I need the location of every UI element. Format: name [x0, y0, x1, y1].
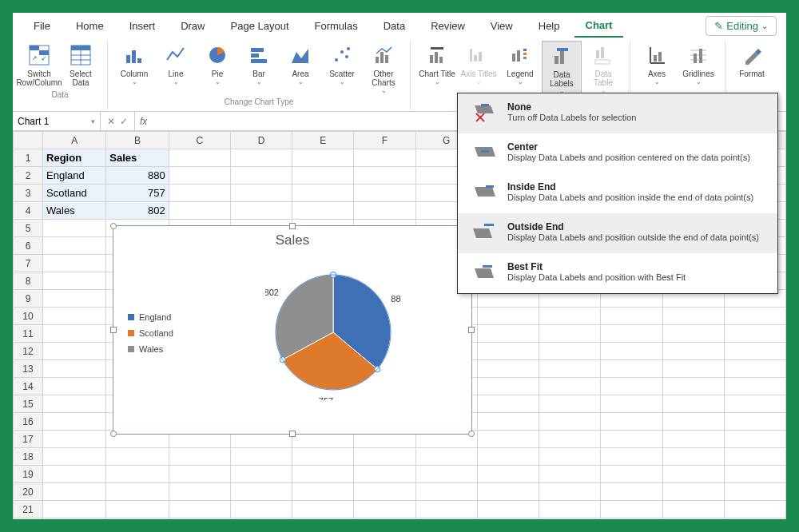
- inside-end-icon: [469, 181, 498, 205]
- svg-rect-30: [512, 54, 515, 62]
- svg-rect-13: [251, 54, 259, 58]
- svg-rect-23: [431, 47, 443, 50]
- cancel-icon[interactable]: ✕: [107, 116, 115, 127]
- svg-rect-27: [470, 49, 472, 62]
- tab-review[interactable]: Review: [419, 15, 476, 37]
- svg-rect-9: [132, 50, 136, 63]
- area-chart-button[interactable]: Area⌄: [280, 41, 320, 96]
- svg-text:880: 880: [391, 294, 401, 304]
- svg-rect-33: [523, 53, 527, 55]
- svg-rect-48: [694, 54, 697, 63]
- select-data-button[interactable]: Select Data: [61, 41, 101, 89]
- other-charts-button[interactable]: Other Charts⌄: [364, 41, 403, 96]
- center-icon: [469, 141, 498, 165]
- svg-rect-31: [517, 50, 520, 62]
- svg-point-17: [340, 50, 344, 54]
- line-chart-button[interactable]: Line⌄: [156, 41, 196, 96]
- tab-formulas[interactable]: Formulas: [304, 15, 369, 37]
- svg-rect-28: [474, 55, 477, 62]
- svg-rect-32: [523, 49, 527, 51]
- switch-row-column-button[interactable]: Switch Row/Column: [19, 41, 59, 89]
- outside-end-icon: [469, 221, 498, 245]
- data-labels-button[interactable]: Data Labels⌄: [542, 41, 582, 97]
- svg-marker-15: [292, 49, 308, 63]
- svg-marker-66: [475, 187, 495, 197]
- svg-rect-35: [555, 56, 559, 64]
- ribbon-tabs: File Home Insert Draw Page Layout Formul…: [13, 13, 786, 38]
- editing-mode-button[interactable]: ✎ Editing ⌄: [706, 16, 777, 36]
- svg-rect-49: [699, 49, 702, 63]
- bar-chart-button[interactable]: Bar⌄: [239, 41, 279, 96]
- data-labels-dropdown: NoneTurn off Data Labels for selection C…: [457, 93, 778, 294]
- pie-chart-button[interactable]: Pie⌄: [197, 41, 237, 96]
- column-chart-button[interactable]: Column⌄: [114, 41, 154, 96]
- data-labels-option-center[interactable]: CenterDisplay Data Labels and position c…: [458, 133, 777, 173]
- ribbon-group-chart-type: Column⌄ Line⌄ Pie⌄ Bar⌄ Area⌄ Scatter⌄ O…: [108, 41, 411, 109]
- chevron-down-icon: ⌄: [761, 22, 768, 30]
- svg-marker-60: [475, 105, 494, 113]
- svg-marker-70: [475, 268, 494, 278]
- svg-point-19: [347, 47, 350, 50]
- svg-rect-69: [484, 224, 494, 226]
- ribbon-group-data: Switch Row/Column Select Data Data: [13, 41, 108, 109]
- svg-rect-8: [126, 55, 130, 63]
- enter-icon[interactable]: ✓: [120, 116, 128, 127]
- pie-chart[interactable]: 880757802: [265, 264, 401, 400]
- svg-rect-29: [479, 52, 482, 62]
- name-box[interactable]: Chart 1 ▾: [13, 112, 101, 130]
- svg-rect-14: [251, 59, 267, 63]
- scatter-chart-button[interactable]: Scatter⌄: [322, 41, 362, 96]
- svg-rect-12: [251, 48, 264, 52]
- svg-rect-2: [39, 50, 49, 55]
- data-labels-option-outside-end[interactable]: Outside EndDisplay Data Labels and posit…: [458, 213, 777, 253]
- tab-data[interactable]: Data: [372, 15, 416, 37]
- tab-draw[interactable]: Draw: [169, 15, 216, 37]
- svg-rect-67: [486, 185, 494, 188]
- svg-text:757: 757: [319, 396, 333, 400]
- svg-rect-24: [430, 55, 433, 63]
- svg-rect-34: [523, 57, 527, 59]
- editing-label: Editing: [726, 20, 758, 32]
- chart-legend[interactable]: England Scotland Wales: [128, 312, 173, 360]
- data-labels-option-inside-end[interactable]: Inside EndDisplay Data Labels and positi…: [458, 173, 777, 213]
- svg-rect-39: [601, 47, 604, 58]
- chart-title[interactable]: Sales: [113, 226, 471, 248]
- tab-chart[interactable]: Chart: [574, 14, 624, 38]
- tab-page-layout[interactable]: Page Layout: [220, 15, 300, 37]
- tab-help[interactable]: Help: [527, 15, 571, 37]
- legend-item: Wales: [139, 344, 163, 354]
- tab-home[interactable]: Home: [65, 15, 115, 37]
- gridlines-button[interactable]: Gridlines⌄: [678, 41, 718, 87]
- format-button[interactable]: Format: [732, 41, 772, 80]
- svg-rect-20: [376, 57, 379, 63]
- svg-rect-21: [380, 52, 384, 63]
- data-labels-option-none[interactable]: NoneTurn off Data Labels for selection: [458, 93, 777, 133]
- none-icon: [469, 101, 498, 125]
- chevron-down-icon: ▾: [91, 117, 95, 125]
- tab-view[interactable]: View: [479, 15, 524, 37]
- data-labels-option-best-fit[interactable]: Best FitDisplay Data Labels and position…: [458, 253, 777, 293]
- svg-rect-40: [595, 60, 610, 64]
- chart-title-button[interactable]: Chart Title⌄: [417, 41, 457, 97]
- group-label-chart-type: Change Chart Type: [225, 96, 294, 108]
- legend-button[interactable]: Legend⌄: [500, 41, 540, 97]
- best-fit-icon: [469, 261, 498, 285]
- svg-rect-25: [435, 52, 438, 63]
- svg-rect-61: [481, 104, 489, 106]
- svg-rect-1: [30, 46, 39, 50]
- legend-item: England: [139, 312, 171, 322]
- svg-rect-26: [439, 57, 443, 63]
- svg-rect-22: [385, 55, 388, 63]
- group-label-data: Data: [51, 89, 68, 101]
- svg-rect-43: [654, 55, 657, 62]
- svg-rect-38: [596, 50, 599, 58]
- svg-rect-44: [658, 52, 662, 62]
- embedded-chart[interactable]: Sales England Scotland Wales 880757802: [113, 225, 472, 435]
- tab-file[interactable]: File: [22, 15, 62, 37]
- svg-marker-68: [473, 228, 492, 238]
- svg-point-16: [335, 58, 338, 62]
- tab-insert[interactable]: Insert: [118, 15, 167, 37]
- svg-rect-10: [137, 58, 141, 63]
- svg-point-18: [345, 55, 348, 58]
- axes-button[interactable]: Axes⌄: [637, 41, 677, 87]
